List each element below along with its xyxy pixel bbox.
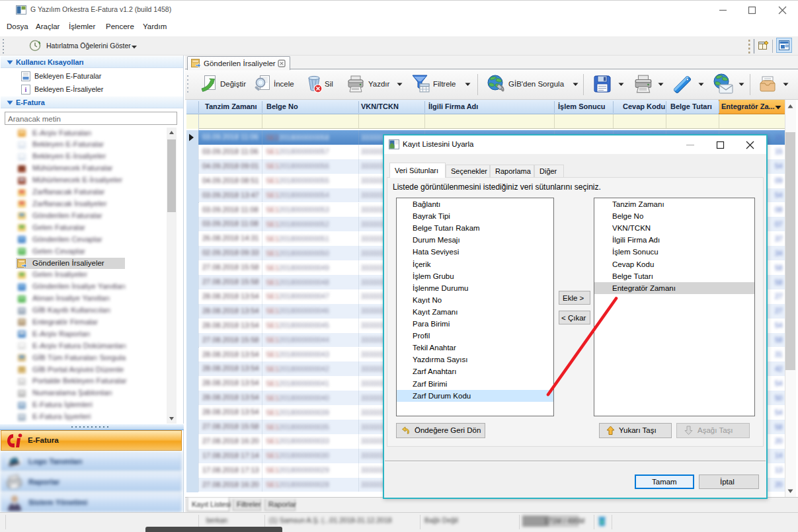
svg-text:i: i — [25, 86, 27, 93]
